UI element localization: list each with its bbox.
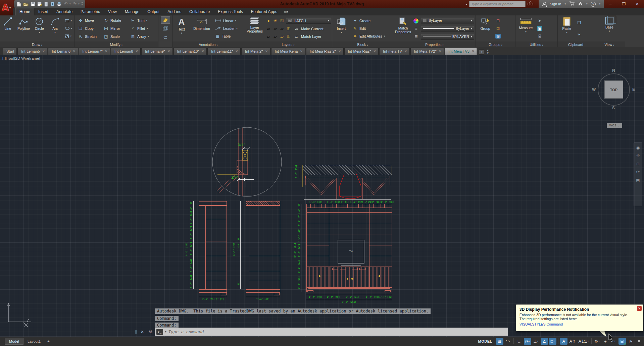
panel-label-modify[interactable]: Modify ▾ [75,42,158,47]
file-tab[interactable]: Int-Meja Kerja✕ [271,48,305,55]
search-binoculars-icon[interactable] [528,1,533,7]
close-icon[interactable]: ✕ [105,50,108,53]
lineweight-list-icon[interactable]: ≡ [413,26,419,31]
close-icon[interactable]: ✕ [300,50,303,53]
app-caret-icon[interactable]: ▾ [586,3,588,5]
close-icon[interactable]: ✕ [439,50,442,53]
ellipse-tool-button[interactable]: ▾ [64,25,74,32]
customization-menu-button[interactable]: ≡ [635,338,643,345]
zoom-extents-icon[interactable]: ⊕ [636,162,640,166]
help-icon[interactable]: ? [591,2,596,7]
erase-button[interactable] [161,16,170,24]
sign-in-caret-icon[interactable]: ▾ [564,3,566,5]
file-tab[interactable]: Int-Lemari8✕ [111,48,141,55]
orbit-icon[interactable]: ⟳ [636,170,640,174]
layer-tool-7-icon[interactable]: ▱ [279,34,285,39]
layer-tool-1-icon[interactable]: ▱ [266,26,271,31]
close-icon[interactable]: ✕ [73,50,76,53]
viewcube-south[interactable]: S [612,106,615,110]
pan-icon[interactable]: ✣ [636,154,640,158]
panel-label-layers[interactable]: Layers ▾ [244,42,332,47]
workspace-switching-button[interactable]: ⚙▾ [593,338,601,345]
layer-tool-5-icon[interactable]: ▱ [266,34,271,39]
mirror-button[interactable]: ⋈Mirror [102,25,128,32]
linetype-list-icon[interactable]: ≣ [413,34,419,39]
group-selectable-icon[interactable]: ⊠ [495,34,501,39]
color-combo[interactable]: ByLayer▾ [421,18,474,23]
layer-select-combo[interactable]: HATCH▾ [286,18,331,24]
close-icon[interactable]: ✕ [338,50,341,53]
rectangle-tool-button[interactable]: ▾ [64,17,74,24]
close-icon[interactable]: ✕ [404,50,407,53]
explode-button[interactable] [162,26,168,32]
lineweight-combo[interactable]: ByLayer▾ [421,26,474,32]
new-layout-button[interactable]: + [45,338,52,344]
file-tab[interactable]: Int-Meja Rias*✕ [344,48,379,55]
file-tab[interactable]: Int-meja TV✕ [379,48,409,55]
grid-toggle[interactable]: ▦ [496,338,503,345]
command-input-placeholder[interactable]: Type a command [168,329,204,334]
group-edit-icon[interactable]: ⊡ [495,26,501,31]
move-button[interactable]: ✢Move [77,17,101,24]
panel-label-block[interactable]: Block ▾ [332,42,393,47]
tab-overflow-icon[interactable]: ▼▼ [486,49,489,55]
panel-label-view[interactable]: View ▾ [594,42,625,47]
hatch-tool-button[interactable]: ▾ [64,33,74,40]
edit-attributes-button[interactable]: ❖Edit Attributes▾ [351,33,392,40]
line-button[interactable]: Line [0,15,16,42]
close-icon[interactable]: ✕ [136,50,138,53]
ribbon-display-toggle-icon[interactable]: ▭▾ [281,8,291,15]
scale-button[interactable]: ◳Scale [102,33,128,40]
array-button[interactable]: ⊞Array▾ [129,33,152,40]
match-properties-button[interactable]: Match Properties [393,15,413,42]
layer-tool-3-icon[interactable]: ▱ [279,26,285,31]
help-caret-icon[interactable]: ▾ [599,3,600,5]
close-icon[interactable]: ✕ [42,50,45,53]
tab-addins[interactable]: Add-ins [163,8,185,15]
arc-button[interactable]: Arc▾ [47,15,63,42]
arc-caret-icon[interactable]: ▾ [54,31,56,34]
annotation-scale-button[interactable]: A 1:1▾ [578,338,590,345]
cut-icon[interactable]: ✂ [577,32,582,37]
file-tab-active[interactable]: Int-Meja TV3✕ [445,48,477,55]
object-snap-toggle[interactable]: □▾ [549,338,556,345]
layer-tool-6-icon[interactable]: ▱ [273,34,278,39]
measure-caret-icon[interactable]: ▾ [525,31,527,33]
insert-caret-icon[interactable]: ▾ [341,31,342,34]
quick-select-icon[interactable]: ➤ [537,18,542,23]
file-tab[interactable]: Int-Lemari11*✕ [207,48,241,55]
base-caret-icon[interactable]: ▾ [609,30,610,33]
close-icon[interactable]: ✕ [167,50,170,53]
isometric-drafting-toggle[interactable]: ⊥▾ [532,338,540,345]
polyline-button[interactable]: Polyline [16,15,32,42]
command-grip-handle[interactable]: ⣿ [135,330,138,334]
file-tab-start[interactable]: Start [3,48,17,55]
model-space-badge[interactable]: MODEL [475,339,495,343]
close-icon[interactable]: ✕ [202,50,204,53]
file-tab[interactable]: Int-Meja 2*✕ [241,48,270,55]
color-wheel-icon[interactable] [413,18,418,23]
search-expand-icon[interactable]: ▸ [466,3,467,6]
tab-view[interactable]: View [104,8,121,15]
close-icon[interactable]: ✕ [374,50,376,53]
paste-button[interactable]: Paste▾ [558,15,576,42]
command-close-icon[interactable]: ✕ [138,330,146,334]
close-icon[interactable]: ✕ [236,50,238,53]
panel-label-groups[interactable]: Groups ▾ [476,42,515,47]
clean-screen-button[interactable]: ◳ [627,338,634,345]
join-button[interactable]: ⊂ [163,35,168,41]
file-tab[interactable]: Int-Lemari5✕ [17,48,47,55]
object-snap-tracking-toggle[interactable]: ∠ [541,338,548,345]
quick-calc-icon[interactable]: ▣ [537,26,542,31]
sign-in-button[interactable]: Sign In [550,2,561,6]
close-icon[interactable]: ✕ [265,50,268,53]
file-tab[interactable]: Int-Meja TV2*✕ [410,48,444,55]
viewcube-north[interactable]: N [612,68,615,73]
command-recent-caret-icon[interactable]: ▾ [165,330,166,333]
tab-annotate[interactable]: Annotate [52,8,77,15]
tab-home[interactable]: Home [15,8,34,15]
trim-button[interactable]: ✂Trim▾ [129,17,152,24]
wcs-dropdown[interactable]: WCS ⌄ [607,123,622,128]
table-button[interactable]: ▦Table [213,33,243,40]
restore-button[interactable]: ❐ [617,0,631,8]
